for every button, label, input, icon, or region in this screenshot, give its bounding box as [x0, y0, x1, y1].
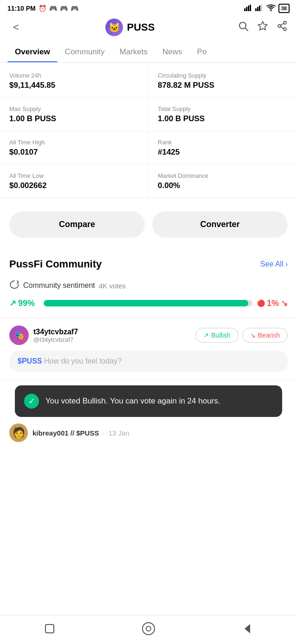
top-nav: < 🐱 PUSS	[0, 15, 297, 42]
toast-message: You voted Bullish. You can vote again in…	[45, 396, 220, 407]
stat-atl-label: All Time Low	[9, 172, 139, 179]
user-handle: @t34ytcvbzaf7	[33, 336, 78, 343]
post-preview[interactable]: 🧑 kibreay001 // $PUSS · 13 Jan	[0, 417, 297, 447]
user-info: 🎭 t34ytcvbzaf7 @t34ytcvbzaf7	[9, 325, 78, 345]
sentiment-header: Community sentiment 4K votes	[9, 280, 288, 292]
ticker-label: $PUSS	[18, 357, 42, 365]
sentiment-section: Community sentiment 4K votes ↗ 99% 🔴 1% …	[0, 274, 297, 318]
stats-grid: Volume 24h $9,11,445.85 Circulating Supp…	[0, 63, 297, 200]
status-bar: 11:10 PM ⏰ 🎮 🎮 🎮	[0, 0, 297, 15]
share-button[interactable]	[277, 20, 288, 34]
stat-rank-label: Rank	[158, 139, 288, 146]
tab-markets[interactable]: Markets	[112, 42, 155, 62]
comment-section: 🎭 t34ytcvbzaf7 @t34ytcvbzaf7 ↗ Bullish ↘…	[0, 318, 297, 380]
svg-rect-7	[261, 5, 262, 11]
stat-circulating-label: Circulating Supply	[158, 72, 288, 79]
svg-rect-1	[246, 7, 247, 11]
wifi-icon	[266, 4, 276, 13]
stat-volume-value: $9,11,445.85	[9, 81, 139, 90]
vote-buttons: ↗ Bullish ↘ Bearish	[195, 328, 288, 343]
svg-line-13	[281, 23, 284, 25]
signal-icon	[244, 5, 252, 13]
svg-rect-6	[259, 6, 260, 11]
stat-circulating-value: 878.82 M PUSS	[158, 81, 288, 90]
bullish-arrow-icon: ↗	[203, 332, 209, 339]
post-meta: kibreay001 // $PUSS · 13 Jan	[32, 429, 129, 437]
action-buttons: Compare Converter	[0, 200, 297, 251]
bullish-trend-icon: ↗	[9, 298, 16, 308]
status-right: 38	[244, 4, 290, 13]
post-date: 13 Jan	[109, 429, 129, 437]
bottom-nav-bar	[0, 615, 297, 644]
favorite-button[interactable]	[257, 20, 268, 34]
sentiment-bar-row: ↗ 99% 🔴 1% ↘	[9, 298, 288, 308]
votes-count: 4K votes	[99, 282, 126, 290]
toast-container: ✓ You voted Bullish. You can vote again …	[0, 380, 297, 417]
converter-button[interactable]: Converter	[152, 211, 288, 238]
stat-dominance-label: Market Dominance	[158, 172, 288, 179]
sentiment-input[interactable]: $PUSS How do you feel today?	[9, 351, 288, 372]
svg-rect-15	[45, 624, 54, 633]
tab-news[interactable]: News	[155, 42, 190, 62]
tab-community[interactable]: Community	[58, 42, 112, 62]
post-avatar: 🧑	[9, 423, 28, 442]
app-icon-3: 🎮	[71, 5, 78, 12]
stat-total-supply-value: 1.00 B PUSS	[158, 114, 288, 124]
avatar: 🎭	[9, 325, 29, 345]
bullish-button[interactable]: ↗ Bullish	[195, 328, 238, 343]
tab-overview[interactable]: Overview	[7, 42, 58, 62]
tab-bar: Overview Community Markets News Po	[0, 42, 297, 63]
stat-volume-label: Volume 24h	[9, 72, 139, 79]
svg-rect-2	[248, 6, 249, 11]
svg-rect-5	[257, 7, 258, 11]
tab-more[interactable]: Po	[190, 42, 214, 62]
stat-atl-value: $0.002662	[9, 181, 139, 190]
stat-max-supply: Max Supply 1.00 B PUSS	[0, 98, 148, 131]
user-row: 🎭 t34ytcvbzaf7 @t34ytcvbzaf7 ↗ Bullish ↘…	[9, 325, 288, 345]
status-left: 11:10 PM ⏰ 🎮 🎮 🎮	[7, 5, 78, 12]
stat-max-supply-label: Max Supply	[9, 105, 139, 112]
svg-line-9	[245, 28, 248, 31]
stat-atl: All Time Low $0.002662	[0, 165, 148, 198]
nav-title: 🐱 PUSS	[105, 19, 155, 36]
nav-icons	[238, 20, 288, 34]
svg-point-17	[146, 626, 151, 631]
stat-volume: Volume 24h $9,11,445.85	[0, 65, 148, 98]
community-section-title: PussFi Community	[9, 258, 102, 270]
back-button[interactable]: <	[9, 20, 23, 35]
coin-name: PUSS	[127, 21, 155, 33]
stat-total-supply-label: Total Supply	[158, 105, 288, 112]
stat-rank: Rank #1425	[148, 131, 297, 165]
app-icon-2: 🎮	[60, 5, 68, 12]
svg-rect-4	[255, 8, 257, 11]
home-button[interactable]	[42, 621, 58, 637]
stat-dominance: Market Dominance 0.00%	[148, 165, 297, 198]
signal2-icon	[255, 5, 264, 13]
user-details: t34ytcvbzaf7 @t34ytcvbzaf7	[33, 328, 78, 343]
alarm-icon: ⏰	[39, 5, 46, 12]
bottom-spacer	[0, 447, 297, 479]
svg-rect-0	[244, 8, 245, 11]
svg-rect-3	[250, 5, 251, 11]
search-button[interactable]	[238, 20, 249, 34]
bearish-button[interactable]: ↘ Bearish	[242, 328, 288, 343]
svg-point-10	[284, 21, 286, 24]
see-all-button[interactable]: See All ›	[260, 260, 288, 268]
stat-ath-value: $0.0107	[9, 148, 139, 157]
svg-point-16	[142, 623, 155, 635]
sentiment-label: Community sentiment	[23, 281, 95, 290]
sentiment-fill	[44, 300, 248, 306]
svg-line-14	[281, 26, 284, 28]
bearish-trend-icon: ↘	[281, 298, 288, 308]
stat-dominance-value: 0.00%	[158, 181, 288, 190]
stat-rank-value: #1425	[158, 148, 288, 157]
compare-button[interactable]: Compare	[9, 211, 145, 238]
stat-ath-label: All Time High	[9, 139, 139, 146]
input-placeholder: How do you feel today?	[44, 357, 122, 365]
bearish-arrow-icon: ↘	[250, 332, 256, 339]
circle-button[interactable]	[141, 621, 156, 637]
stat-circulating: Circulating Supply 878.82 M PUSS	[148, 65, 297, 98]
back-nav-button[interactable]	[239, 621, 255, 637]
bullish-percentage: ↗ 99%	[9, 298, 39, 308]
app-icon-1: 🎮	[49, 5, 57, 12]
